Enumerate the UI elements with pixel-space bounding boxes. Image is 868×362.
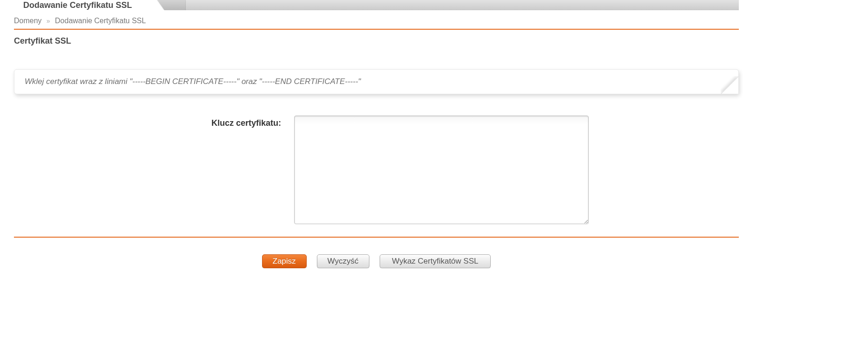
- info-banner: Wklej certyfikat wraz z liniami "-----BE…: [14, 69, 739, 94]
- certificate-key-label: Klucz certyfikatu:: [14, 116, 294, 128]
- breadcrumb-item-current: Dodawanie Certyfikatu SSL: [55, 17, 146, 25]
- section-divider: [14, 237, 739, 238]
- info-banner-text: Wklej certyfikat wraz z liniami "-----BE…: [25, 77, 361, 86]
- breadcrumb-item-domeny[interactable]: Domeny: [14, 17, 42, 25]
- active-tab[interactable]: Dodawanie Certyfikatu SSL: [14, 0, 141, 10]
- active-tab-label: Dodawanie Certyfikatu SSL: [23, 0, 132, 10]
- section-title: Certyfikat SSL: [14, 36, 739, 46]
- form-row-certificate-key: Klucz certyfikatu:: [14, 116, 739, 226]
- tab-header: Dodawanie Certyfikatu SSL: [14, 0, 739, 10]
- certificate-key-textarea[interactable]: [294, 116, 589, 224]
- clear-button[interactable]: Wyczyść: [317, 254, 369, 268]
- button-row: Zapisz Wyczyść Wykaz Certyfikatów SSL: [14, 254, 739, 268]
- breadcrumb: Domeny » Dodawanie Certyfikatu SSL: [14, 15, 739, 30]
- ssl-list-button[interactable]: Wykaz Certyfikatów SSL: [380, 254, 491, 268]
- save-button[interactable]: Zapisz: [262, 254, 307, 268]
- breadcrumb-separator: »: [44, 17, 53, 25]
- page-curl-icon: [721, 76, 738, 94]
